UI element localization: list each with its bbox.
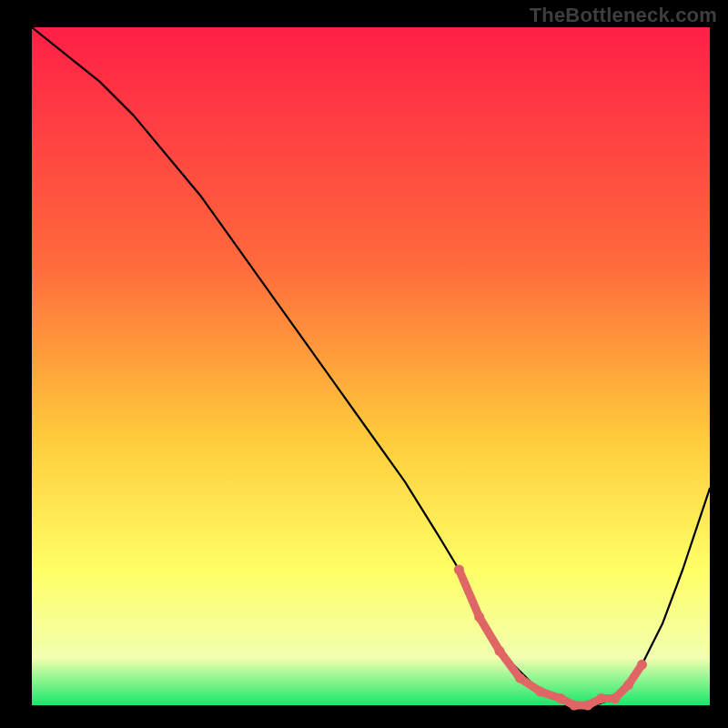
marker-dot bbox=[495, 646, 505, 656]
marker-dot bbox=[596, 693, 606, 703]
marker-dot bbox=[570, 701, 580, 711]
marker-dot bbox=[582, 701, 592, 711]
chart-frame: { "watermark": "TheBottleneck.com", "col… bbox=[0, 0, 728, 728]
marker-dot bbox=[610, 693, 620, 703]
marker-dot bbox=[474, 612, 484, 622]
marker-dot bbox=[556, 693, 566, 703]
marker-dot bbox=[637, 660, 647, 670]
marker-dot bbox=[454, 565, 464, 575]
marker-dot bbox=[535, 687, 545, 697]
marker-dot bbox=[623, 680, 633, 690]
marker-dot bbox=[515, 673, 525, 683]
bottleneck-chart bbox=[0, 0, 728, 728]
plot-background bbox=[32, 27, 710, 705]
